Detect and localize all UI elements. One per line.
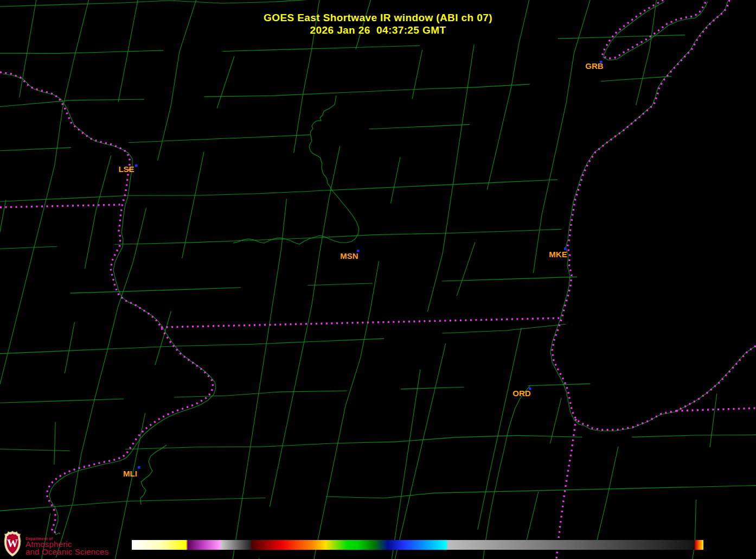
image-title-block: GOES East Shortwave IR window (ABI ch 07…	[0, 11, 756, 36]
state-border-path-3	[0, 205, 121, 207]
logo-line2: and Oceanic Sciences	[25, 548, 108, 556]
crest-letter: W	[7, 537, 18, 549]
satellite-image-viewport: GRBLSEMSNMKEORDMLI GOES East Shortwave I…	[0, 0, 756, 559]
station-dot-MLI	[138, 466, 140, 469]
state-border-path-6	[676, 408, 756, 411]
state-border-path-4	[161, 318, 561, 327]
map-canvas: GRBLSEMSNMKEORDMLI	[0, 0, 756, 559]
image-title: GOES East Shortwave IR window (ABI ch 07…	[0, 11, 756, 24]
uw-aos-logo: W Department of Atmospheric and Oceanic …	[3, 530, 108, 557]
state-border-path-2	[552, 0, 756, 430]
uw-crest-icon: W	[3, 530, 22, 557]
station-label-ORD: ORD	[512, 389, 531, 398]
station-dot-LSE	[135, 164, 138, 167]
station-label-MKE: MKE	[549, 250, 567, 259]
state-border-path-5	[556, 419, 576, 559]
temperature-colorbar	[132, 540, 703, 550]
station-label-GRB: GRB	[585, 61, 604, 71]
station-label-MSN: MSN	[340, 251, 358, 261]
image-timestamp: 2026 Jan 26 04:37:25 GMT	[0, 24, 756, 36]
station-label-MLI: MLI	[123, 469, 137, 478]
station-label-LSE: LSE	[118, 164, 134, 174]
